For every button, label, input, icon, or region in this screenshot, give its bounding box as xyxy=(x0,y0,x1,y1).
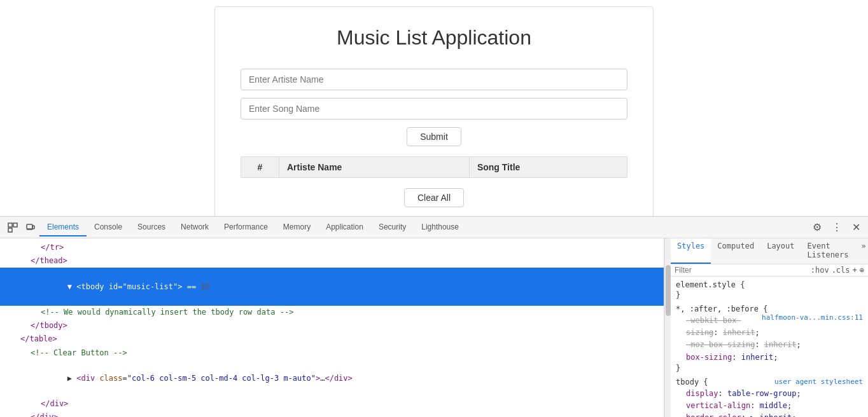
table-header-row: # Artiste Name Song Title xyxy=(241,157,627,178)
tab-event-listeners[interactable]: Event Listeners xyxy=(801,238,855,264)
code-line: </tbody> xyxy=(0,319,664,332)
hov-btn[interactable]: :hov xyxy=(811,266,829,275)
style-rule-tbody: tbody { user agent stylesheet display: t… xyxy=(676,378,863,417)
styles-filter-input[interactable] xyxy=(675,266,808,275)
style-rule-universal: *, :after, :before { halfmoon-va...min.c… xyxy=(676,304,863,373)
svg-rect-1 xyxy=(13,223,17,227)
submit-row: Submit xyxy=(241,127,627,146)
artiste-input-group xyxy=(241,69,627,90)
style-prop: border-color: ▶ inherit; xyxy=(676,412,863,417)
settings-button[interactable]: ⚙ xyxy=(809,219,825,236)
tab-sources[interactable]: Sources xyxy=(130,219,173,236)
tab-styles[interactable]: Styles xyxy=(671,238,711,264)
code-line: </table> xyxy=(0,332,664,346)
tab-layout[interactable]: Layout xyxy=(760,238,801,264)
song-input[interactable] xyxy=(241,98,627,120)
code-line-highlighted[interactable]: ▼ <tbody id="music-list"> == $0 xyxy=(0,268,664,306)
tab-performance[interactable]: Performance xyxy=(216,219,276,236)
styles-filter-row: :hov .cls + ⊕ xyxy=(671,264,868,277)
style-source: halfmoon-va...min.css:11 xyxy=(762,313,863,322)
styles-panel: Styles Computed Layout Event Listeners »… xyxy=(671,238,868,417)
svg-rect-2 xyxy=(8,228,12,232)
devtools-right-icons: ⚙ ⋮ ✕ xyxy=(809,219,864,236)
code-line: <!-- Clear Button --> xyxy=(0,346,664,360)
elements-panel-scrollbar[interactable] xyxy=(664,238,671,417)
code-line: </thead> xyxy=(0,254,664,268)
style-selector: tbody { user agent stylesheet xyxy=(676,378,863,386)
styles-content: element.style { } *, :after, :before { h… xyxy=(671,277,868,417)
code-line: ▶ <div class="col-6 col-sm-5 col-md-4 co… xyxy=(0,360,664,398)
app-area: Music List Application Submit # Artiste … xyxy=(0,0,868,216)
styles-tab-bar: Styles Computed Layout Event Listeners » xyxy=(671,238,868,264)
submit-button[interactable]: Submit xyxy=(407,127,461,146)
style-close-brace: } xyxy=(676,291,863,299)
style-rule-element: element.style { } xyxy=(676,280,863,299)
style-prop: -moz-box-sizing: inherit; xyxy=(676,339,863,351)
tab-elements[interactable]: Elements xyxy=(39,219,87,236)
style-prop: box-sizing: inherit; xyxy=(676,352,863,364)
style-prop: display: table-row-group; xyxy=(676,388,863,400)
close-devtools-button[interactable]: ✕ xyxy=(848,219,864,236)
table-head: # Artiste Name Song Title xyxy=(241,157,627,178)
tab-more-styles[interactable]: » xyxy=(855,238,868,264)
elements-panel[interactable]: </tr> </thead> ▼ <tbody id="music-list">… xyxy=(0,238,664,417)
devtools-toolbar: Elements Console Sources Network Perform… xyxy=(0,217,868,238)
more-options-button[interactable]: ⋮ xyxy=(828,219,846,236)
code-line: </div> xyxy=(0,411,664,417)
devtools-panel: Elements Console Sources Network Perform… xyxy=(0,216,868,417)
code-line: </div> xyxy=(0,397,664,411)
col-song: Song Title xyxy=(469,157,627,178)
svg-rect-4 xyxy=(32,226,34,229)
svg-rect-0 xyxy=(8,223,12,227)
filter-actions: :hov .cls + ⊕ xyxy=(811,266,864,275)
cls-btn[interactable]: .cls xyxy=(832,266,850,275)
responsive-view-button[interactable] xyxy=(22,220,39,235)
col-artiste: Artiste Name xyxy=(279,157,470,178)
app-card: Music List Application Submit # Artiste … xyxy=(214,6,654,227)
tab-application[interactable]: Application xyxy=(318,219,371,236)
col-number: # xyxy=(241,157,279,178)
devtools-body: </tr> </thead> ▼ <tbody id="music-list">… xyxy=(0,238,868,417)
inspect-element-button[interactable] xyxy=(4,220,22,235)
tab-memory[interactable]: Memory xyxy=(276,219,318,236)
music-table: # Artiste Name Song Title xyxy=(241,156,627,178)
app-title: Music List Application xyxy=(241,26,627,50)
tab-computed[interactable]: Computed xyxy=(711,238,760,264)
style-close-brace: } xyxy=(676,364,863,373)
code-line: </tr> xyxy=(0,241,664,254)
style-prop: vertical-align: middle; xyxy=(676,400,863,412)
clear-all-button[interactable]: Clear All xyxy=(404,188,464,207)
style-selector: element.style { xyxy=(676,280,863,289)
tab-security[interactable]: Security xyxy=(371,219,414,236)
clear-row: Clear All xyxy=(241,188,627,207)
add-style-btn[interactable]: + xyxy=(853,266,857,275)
song-input-group xyxy=(241,98,627,120)
tab-lighthouse[interactable]: Lighthouse xyxy=(414,219,466,236)
scrollbar-thumb xyxy=(666,265,671,316)
tab-console[interactable]: Console xyxy=(87,219,130,236)
code-line: <!-- We would dynamically insert the tbo… xyxy=(0,306,664,319)
artiste-input[interactable] xyxy=(241,69,627,90)
style-selector: *, :after, :before { halfmoon-va...min.c… xyxy=(676,304,863,313)
style-source: user agent stylesheet xyxy=(774,378,863,386)
tab-network[interactable]: Network xyxy=(173,219,216,236)
new-rule-btn[interactable]: ⊕ xyxy=(860,266,864,275)
svg-rect-3 xyxy=(27,224,32,229)
